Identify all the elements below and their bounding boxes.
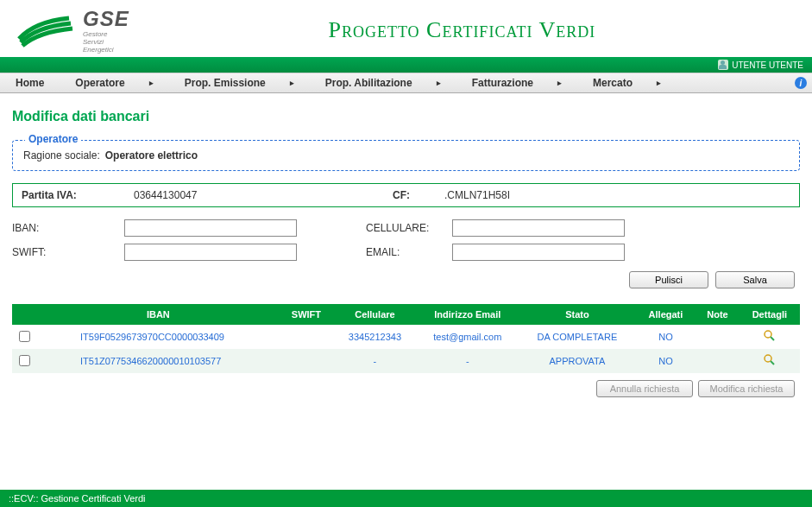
cell-email: - [417, 349, 519, 373]
menu-bar: Home Operatore▸ Prop. Emissione▸ Prop. A… [0, 73, 812, 93]
col-iban: IBAN [37, 304, 280, 325]
email-input[interactable] [452, 244, 625, 261]
menu-label: Prop. Abilitazione [325, 77, 412, 89]
col-cell: Cellulare [333, 304, 416, 325]
table-row: IT51Z0775346620000010103577--APPROVATANO [12, 349, 800, 373]
magnifier-icon[interactable] [764, 354, 776, 368]
ragione-value: Operatore elettrico [105, 149, 198, 162]
cell-swift [280, 349, 334, 373]
row-checkbox[interactable] [19, 355, 30, 366]
cell-allegati: NO [636, 349, 696, 373]
iban-input[interactable] [124, 219, 297, 237]
menu-operatore[interactable]: Operatore▸ [60, 73, 168, 92]
cell-allegati: NO [636, 325, 696, 349]
bank-table: IBAN SWIFT Cellulare Indirizzo Email Sta… [12, 304, 800, 373]
logo: GSE Gestore Servizi Energetici [17, 7, 129, 54]
row-checkbox[interactable] [19, 331, 30, 342]
chevron-right-icon: ▸ [437, 79, 441, 87]
iban-label: IBAN: [12, 222, 124, 234]
chevron-right-icon: ▸ [557, 79, 562, 87]
col-stato: Stato [519, 304, 636, 325]
bank-form: IBAN: CELLULARE: SWIFT: EMAIL: [12, 219, 800, 261]
piva-value: 03644130047 [134, 189, 197, 201]
piva-label: Partita IVA: [22, 189, 134, 201]
menu-label: Home [16, 77, 44, 89]
menu-label: Operatore [75, 77, 124, 89]
svg-point-2 [765, 355, 771, 362]
magnifier-icon[interactable] [764, 330, 776, 344]
logo-swoosh-icon [17, 13, 78, 48]
cell-email: test@gmail.com [417, 325, 519, 349]
chevron-right-icon: ▸ [657, 79, 661, 87]
cell-cellulare: 3345212343 [333, 325, 416, 349]
col-swift: SWIFT [280, 304, 334, 325]
cell-note [696, 325, 739, 349]
menu-prop-abilitazione[interactable]: Prop. Abilitazione▸ [310, 73, 456, 92]
table-row: IT59F0529673970CC00000334093345212343tes… [12, 325, 800, 349]
svg-point-0 [765, 331, 771, 338]
user-icon [718, 60, 728, 70]
menu-label: Prop. Emissione [185, 77, 266, 89]
cell-cellulare: - [333, 349, 416, 373]
cell-swift [280, 325, 334, 349]
chevron-right-icon: ▸ [290, 79, 294, 87]
cell-note [696, 349, 739, 373]
user-name: UTENTE UTENTE [732, 60, 803, 70]
cell-iban: IT51Z0775346620000010103577 [37, 349, 280, 373]
col-email: Indirizzo Email [417, 304, 519, 325]
swift-label: SWIFT: [12, 246, 124, 258]
cf-label: CF: [393, 189, 444, 201]
cell-stato: APPROVATA [519, 349, 636, 373]
fiscal-info-box: Partita IVA: 03644130047 CF: .CMLN71H58I [12, 183, 800, 207]
user-bar: UTENTE UTENTE [0, 57, 812, 73]
menu-prop-emissione[interactable]: Prop. Emissione▸ [169, 73, 310, 92]
menu-label: Fatturazione [472, 77, 533, 89]
operatore-box: Operatore Ragione sociale: Operatore ele… [12, 140, 800, 171]
cell-input[interactable] [452, 219, 625, 237]
svg-line-1 [771, 337, 774, 340]
salva-button[interactable]: Salva [715, 271, 795, 288]
menu-label: Mercato [593, 77, 633, 89]
col-check [12, 304, 37, 325]
page-title: Modifica dati bancari [12, 109, 800, 124]
annulla-button[interactable]: Annulla richiesta [596, 380, 693, 397]
col-allegati: Allegati [636, 304, 696, 325]
logo-text: GSE [83, 7, 129, 31]
cell-iban: IT59F0529673970CC0000033409 [37, 325, 280, 349]
modifica-button[interactable]: Modifica richiesta [698, 380, 795, 397]
menu-mercato[interactable]: Mercato▸ [577, 73, 677, 92]
pulisci-button[interactable]: Pulisci [629, 271, 708, 288]
operatore-legend: Operatore [25, 133, 81, 145]
cell-label: CELLULARE: [366, 222, 452, 234]
swift-input[interactable] [124, 244, 297, 261]
email-label: EMAIL: [366, 246, 452, 258]
col-dettagli: Dettagli [740, 304, 800, 325]
col-note: Note [696, 304, 739, 325]
ragione-label: Ragione sociale: [23, 149, 100, 162]
info-icon[interactable]: i [795, 77, 807, 89]
menu-home[interactable]: Home [0, 73, 60, 92]
header: GSE Gestore Servizi Energetici Progetto … [0, 0, 812, 57]
app-title: Progetto Certificati Verdi [129, 17, 795, 43]
cell-stato: DA COMPLETARE [519, 325, 636, 349]
menu-fatturazione[interactable]: Fatturazione▸ [456, 73, 577, 92]
svg-line-3 [771, 361, 774, 364]
chevron-right-icon: ▸ [149, 79, 154, 87]
logo-subtext: Energetici [83, 47, 129, 54]
cf-value: .CMLN71H58I [444, 189, 510, 201]
